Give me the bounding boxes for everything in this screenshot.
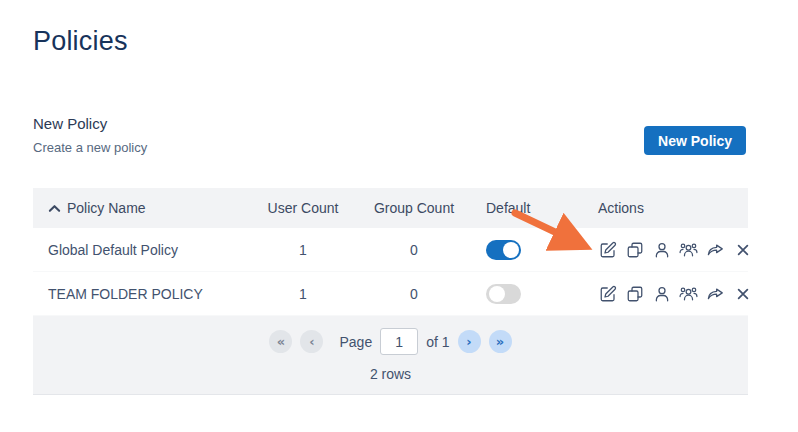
previous-page-button[interactable]: ‹	[300, 330, 323, 353]
group-count-cell: 0	[358, 286, 470, 302]
column-header-policy-name[interactable]: Policy Name	[33, 200, 248, 216]
first-page-button[interactable]: «	[269, 330, 292, 353]
default-toggle[interactable]	[486, 284, 521, 304]
policy-name-cell: Global Default Policy	[33, 242, 248, 258]
toggle-knob	[503, 242, 519, 258]
new-policy-heading: New Policy	[33, 115, 107, 132]
manage-users-icon[interactable]	[652, 284, 671, 303]
policies-table: Policy Name User Count Group Count Defau…	[33, 188, 748, 395]
next-page-button[interactable]: ›	[458, 330, 481, 353]
column-header-user-count[interactable]: User Count	[248, 200, 358, 216]
group-count-cell: 0	[358, 242, 470, 258]
export-policy-icon[interactable]	[706, 284, 725, 303]
default-cell	[470, 284, 590, 304]
page-of-label: of 1	[426, 334, 449, 350]
sort-ascending-icon[interactable]	[48, 203, 61, 214]
manage-groups-icon[interactable]	[679, 240, 698, 259]
column-header-group-count[interactable]: Group Count	[358, 200, 470, 216]
default-toggle[interactable]	[486, 240, 521, 260]
toggle-knob	[489, 286, 505, 302]
manage-groups-icon[interactable]	[679, 284, 698, 303]
column-header-label: Policy Name	[67, 200, 146, 216]
table-header-row: Policy Name User Count Group Count Defau…	[33, 188, 748, 228]
copy-policy-icon[interactable]	[625, 240, 644, 259]
table-row: Global Default Policy 1 0	[33, 228, 748, 272]
default-cell	[470, 240, 590, 260]
column-header-default[interactable]: Default	[470, 200, 590, 216]
actions-cell	[590, 240, 752, 259]
edit-policy-icon[interactable]	[598, 240, 617, 259]
delete-policy-icon[interactable]	[733, 240, 752, 259]
export-policy-icon[interactable]	[706, 240, 725, 259]
table-row: TEAM FOLDER POLICY 1 0	[33, 272, 748, 316]
last-page-button[interactable]: »	[489, 330, 512, 353]
page-number-input[interactable]	[380, 328, 418, 355]
new-policy-button[interactable]: New Policy	[644, 126, 746, 155]
column-header-actions: Actions	[590, 200, 748, 216]
manage-users-icon[interactable]	[652, 240, 671, 259]
actions-cell	[590, 284, 752, 303]
page-title: Policies	[33, 26, 128, 57]
user-count-cell: 1	[248, 242, 358, 258]
new-policy-subheading: Create a new policy	[33, 140, 147, 155]
edit-policy-icon[interactable]	[598, 284, 617, 303]
user-count-cell: 1	[248, 286, 358, 302]
table-footer: « ‹ Page of 1 › » 2 rows	[33, 316, 748, 395]
pagination: « ‹ Page of 1 › »	[33, 328, 748, 355]
copy-policy-icon[interactable]	[625, 284, 644, 303]
page-label: Page	[339, 334, 372, 350]
rows-summary: 2 rows	[33, 366, 748, 382]
policy-name-cell: TEAM FOLDER POLICY	[33, 286, 248, 302]
policies-page: Policies New Policy Create a new policy …	[0, 0, 798, 432]
delete-policy-icon[interactable]	[733, 284, 752, 303]
